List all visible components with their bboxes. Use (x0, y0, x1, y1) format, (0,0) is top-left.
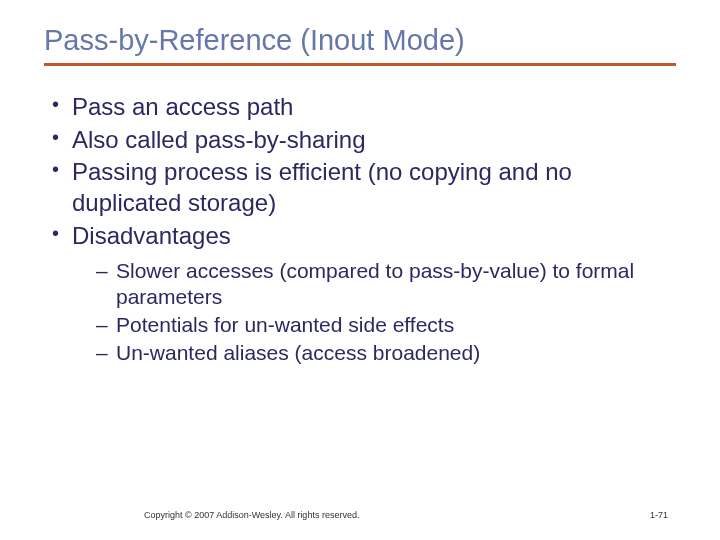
slide-body: Pass an access path Also called pass-by-… (44, 92, 676, 367)
bullet-text: Disadvantages (72, 222, 231, 249)
bullet-item: Also called pass-by-sharing (50, 125, 676, 156)
copyright-text: Copyright © 2007 Addison-Wesley. All rig… (144, 510, 359, 520)
sub-bullet-item: Slower accesses (compared to pass-by-val… (96, 258, 676, 311)
bullet-item: Passing process is efficient (no copying… (50, 157, 676, 218)
sub-bullet-item: Potentials for un-wanted side effects (96, 312, 676, 338)
page-number: 1-71 (650, 510, 668, 520)
sub-bullet-list: Slower accesses (compared to pass-by-val… (72, 258, 676, 367)
slide-footer: Copyright © 2007 Addison-Wesley. All rig… (0, 510, 720, 520)
slide-title: Pass-by-Reference (Inout Mode) (44, 24, 676, 57)
bullet-list: Pass an access path Also called pass-by-… (50, 92, 676, 367)
bullet-item: Pass an access path (50, 92, 676, 123)
title-rule (44, 63, 676, 66)
slide-container: Pass-by-Reference (Inout Mode) Pass an a… (0, 0, 720, 540)
sub-bullet-item: Un-wanted aliases (access broadened) (96, 340, 676, 366)
bullet-item: Disadvantages Slower accesses (compared … (50, 221, 676, 367)
